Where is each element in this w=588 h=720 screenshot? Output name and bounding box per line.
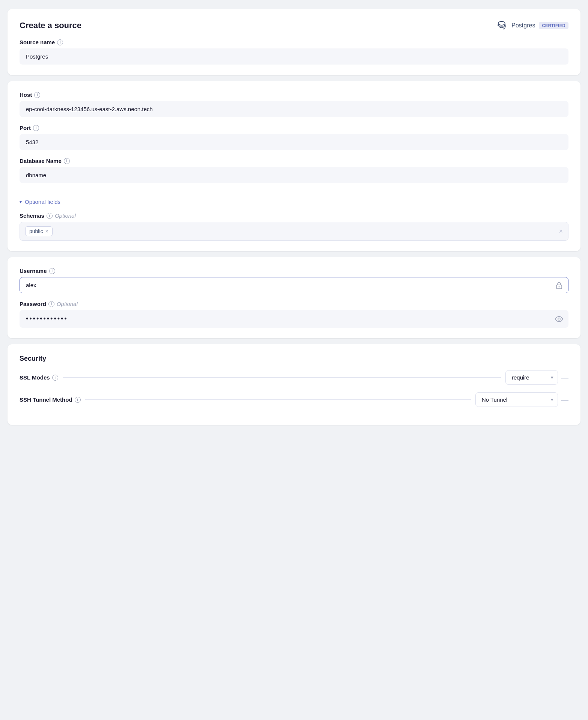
password-group: Password i Optional <box>20 301 568 328</box>
page-header: Create a source Postgres CERTIFIED <box>20 20 568 32</box>
svg-point-0 <box>498 21 505 25</box>
chevron-down-icon: ▾ <box>20 199 22 205</box>
database-name-label: Database Name i <box>20 158 568 164</box>
ssh-tunnel-line <box>85 399 471 400</box>
schemas-group: Schemas i Optional public × × <box>20 212 568 241</box>
ssh-tunnel-select[interactable]: No Tunnel SSH Key Authentication Passwor… <box>475 392 558 407</box>
db-label: Postgres <box>511 22 535 29</box>
ssl-modes-label: SSL Modes i <box>20 374 58 381</box>
schemas-input-wrapper[interactable]: public × × <box>20 222 568 241</box>
username-label: Username i <box>20 268 568 274</box>
database-name-input[interactable] <box>20 167 568 183</box>
schema-tag-remove-icon[interactable]: × <box>45 229 48 234</box>
password-input-wrapper <box>20 310 568 328</box>
port-group: Port i <box>20 125 568 150</box>
username-input-wrapper <box>20 277 568 293</box>
ssh-tunnel-dash: — <box>561 396 568 404</box>
header-right: Postgres CERTIFIED <box>496 20 568 32</box>
security-title: Security <box>20 355 568 363</box>
schema-tag-public: public × <box>25 226 53 236</box>
password-optional-text: Optional <box>57 301 78 307</box>
host-group: Host i <box>20 92 568 117</box>
credentials-card: Username i Password i Optional <box>8 257 580 338</box>
lock-icon <box>555 281 563 289</box>
eye-icon[interactable] <box>555 315 563 323</box>
header-card: Create a source Postgres CERTIFIED Sourc… <box>8 9 580 75</box>
ssh-tunnel-select-container: No Tunnel SSH Key Authentication Passwor… <box>475 392 558 407</box>
username-input[interactable] <box>20 277 568 293</box>
source-name-label: Source name i <box>20 39 568 45</box>
divider <box>20 191 568 191</box>
database-name-group: Database Name i <box>20 158 568 183</box>
connection-card: Host i Port i Database Name i ▾ Optional… <box>8 81 580 251</box>
schemas-tags: public × <box>25 226 53 236</box>
schemas-optional-text: Optional <box>55 212 76 219</box>
certified-badge: CERTIFIED <box>539 22 568 29</box>
ssh-tunnel-row: SSH Tunnel Method i No Tunnel SSH Key Au… <box>20 392 568 407</box>
ssl-modes-dash: — <box>561 374 568 381</box>
password-input[interactable] <box>20 310 568 328</box>
schemas-info-icon[interactable]: i <box>47 213 53 219</box>
password-info-icon[interactable]: i <box>48 301 54 307</box>
ssh-tunnel-info-icon[interactable]: i <box>75 397 81 403</box>
security-card: Security SSL Modes i require disable all… <box>8 344 580 425</box>
host-info-icon[interactable]: i <box>34 92 40 98</box>
source-name-input[interactable] <box>20 48 568 65</box>
port-input[interactable] <box>20 134 568 150</box>
port-info-icon[interactable]: i <box>33 125 39 131</box>
page-title: Create a source <box>20 21 81 30</box>
schemas-label: Schemas i Optional <box>20 212 568 219</box>
ssl-modes-info-icon[interactable]: i <box>52 375 58 381</box>
host-label: Host i <box>20 92 568 98</box>
svg-point-2 <box>504 29 505 30</box>
password-label: Password i Optional <box>20 301 568 307</box>
source-name-info-icon[interactable]: i <box>57 39 63 45</box>
postgres-icon <box>496 20 508 32</box>
schema-tag-label: public <box>29 228 43 234</box>
ssl-modes-select-container: require disable allow prefer verify-ca v… <box>505 370 558 385</box>
ssh-tunnel-label: SSH Tunnel Method i <box>20 396 81 403</box>
host-input[interactable] <box>20 101 568 117</box>
optional-fields-label: Optional fields <box>25 199 60 205</box>
source-name-group: Source name i <box>20 39 568 65</box>
svg-line-1 <box>505 23 505 26</box>
ssl-modes-line <box>63 377 501 378</box>
ssl-modes-select[interactable]: require disable allow prefer verify-ca v… <box>505 370 558 385</box>
svg-point-6 <box>558 318 560 320</box>
optional-fields-toggle[interactable]: ▾ Optional fields <box>20 199 60 205</box>
schemas-clear-icon[interactable]: × <box>559 227 563 235</box>
username-group: Username i <box>20 268 568 293</box>
database-name-info-icon[interactable]: i <box>64 158 70 164</box>
svg-line-3 <box>498 23 498 26</box>
ssl-modes-row: SSL Modes i require disable allow prefer… <box>20 370 568 385</box>
port-label: Port i <box>20 125 568 131</box>
ssl-modes-select-wrapper: require disable allow prefer verify-ca v… <box>505 370 568 385</box>
ssh-tunnel-select-wrapper: No Tunnel SSH Key Authentication Passwor… <box>475 392 568 407</box>
svg-point-5 <box>559 286 560 287</box>
username-info-icon[interactable]: i <box>49 268 55 274</box>
